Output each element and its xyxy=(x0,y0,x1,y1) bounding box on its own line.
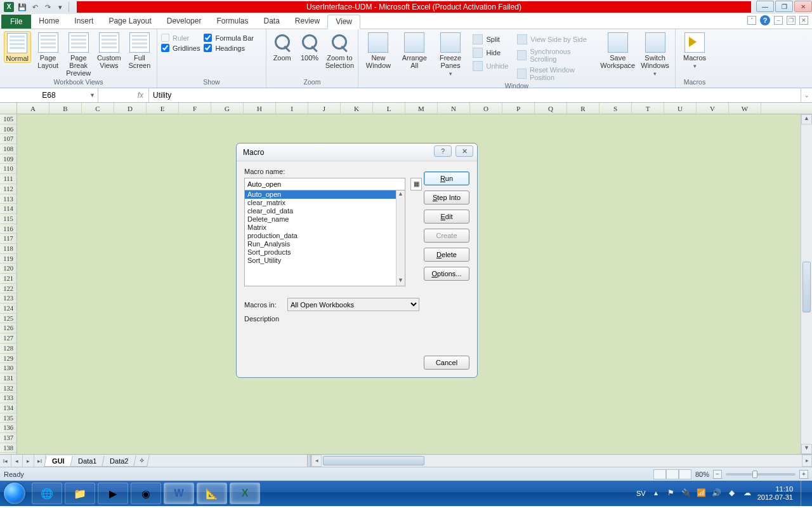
row-header[interactable]: 109 xyxy=(0,154,16,164)
ribbon-minimize-icon[interactable]: ˄ xyxy=(747,16,756,25)
column-header[interactable]: L xyxy=(373,103,405,114)
zoom-level[interactable]: 80% xyxy=(695,471,709,478)
row-header[interactable]: 113 xyxy=(0,194,16,204)
view-page-layout-icon[interactable] xyxy=(666,469,679,479)
row-header[interactable]: 117 xyxy=(0,234,16,244)
row-header[interactable]: 135 xyxy=(0,413,16,424)
run-button[interactable]: Run xyxy=(424,171,469,185)
tray-volume-icon[interactable]: 🔊 xyxy=(712,488,722,498)
vertical-scrollbar[interactable]: ▲ ▼ xyxy=(801,114,812,454)
qat-customize-icon[interactable]: ▾ xyxy=(55,1,66,13)
row-header[interactable]: 130 xyxy=(0,363,16,373)
row-header[interactable]: 136 xyxy=(0,423,16,433)
column-header[interactable]: O xyxy=(470,103,502,114)
row-header[interactable]: 118 xyxy=(0,244,16,254)
macro-name-input[interactable] xyxy=(244,178,405,190)
close-button[interactable]: ✕ xyxy=(794,1,812,12)
macro-list-item[interactable]: Sort_products xyxy=(245,248,396,257)
column-header[interactable]: F xyxy=(179,103,211,114)
row-header[interactable]: 106 xyxy=(0,124,16,135)
macro-name-reference-icon[interactable]: ▦ xyxy=(410,178,422,190)
tab-insert[interactable]: Insert xyxy=(67,15,101,29)
listbox-scroll-up-icon[interactable]: ▲ xyxy=(396,190,405,199)
row-header[interactable]: 110 xyxy=(0,164,16,174)
row-header[interactable]: 123 xyxy=(0,293,16,304)
taskbar-word-icon[interactable]: W xyxy=(164,483,194,504)
macro-list-item[interactable]: production_data xyxy=(245,232,396,240)
tab-home[interactable]: Home xyxy=(31,15,67,29)
row-header[interactable]: 131 xyxy=(0,373,16,384)
tab-developer[interactable]: Developer xyxy=(159,15,209,29)
macro-list-item[interactable]: clear_old_data xyxy=(245,207,396,215)
row-header[interactable]: 114 xyxy=(0,204,16,214)
scroll-up-icon[interactable]: ▲ xyxy=(801,114,812,124)
name-box-dropdown-icon[interactable]: ▼ xyxy=(89,92,95,98)
tab-view[interactable]: View xyxy=(327,15,360,29)
switch-windows-button[interactable]: Switch Windows xyxy=(639,31,671,77)
formula-bar-expand-icon[interactable]: ⌄ xyxy=(801,88,812,102)
taskbar-media-player-icon[interactable]: ▶ xyxy=(98,483,128,504)
listbox-scroll-down-icon[interactable]: ▼ xyxy=(396,277,405,286)
mdi-close-icon[interactable]: ✕ xyxy=(799,16,808,25)
sheet-nav-prev-icon[interactable]: ◂ xyxy=(11,455,23,467)
row-header[interactable]: 111 xyxy=(0,174,16,184)
row-header[interactable]: 126 xyxy=(0,323,16,333)
zoom-in-button[interactable]: + xyxy=(799,470,808,479)
select-all-corner[interactable] xyxy=(0,103,17,114)
macro-list-item[interactable]: Run_Analysis xyxy=(245,240,396,248)
save-workspace-button[interactable]: Save Workspace xyxy=(600,31,635,69)
column-header[interactable]: H xyxy=(244,103,276,114)
row-header[interactable]: 129 xyxy=(0,354,16,364)
new-window-button[interactable]: New Window xyxy=(362,31,395,69)
column-header[interactable]: C xyxy=(82,103,114,114)
row-header[interactable]: 120 xyxy=(0,264,16,274)
split-button[interactable]: Split xyxy=(470,34,511,45)
view-full-screen-button[interactable]: Full Screen xyxy=(126,31,153,69)
column-header[interactable]: R xyxy=(567,103,599,114)
macros-button[interactable]: Macros xyxy=(679,31,710,69)
macro-list-item[interactable]: clear_matrix xyxy=(245,199,396,207)
row-header[interactable]: 115 xyxy=(0,214,16,224)
row-header[interactable]: 121 xyxy=(0,274,16,284)
column-header[interactable]: G xyxy=(211,103,244,114)
zoom-slider[interactable] xyxy=(726,473,796,476)
qat-redo-icon[interactable]: ↷ xyxy=(42,1,53,13)
qat-undo-icon[interactable]: ↶ xyxy=(29,1,41,13)
tray-clock[interactable]: 11:102012-07-31 xyxy=(757,485,793,502)
arrange-all-button[interactable]: Arrange All xyxy=(398,31,431,69)
sheet-nav-first-icon[interactable]: I◂ xyxy=(0,455,11,467)
horizontal-scroll-thumb[interactable] xyxy=(323,456,424,465)
column-header[interactable]: D xyxy=(114,103,147,114)
tray-show-hidden-icon[interactable]: ▴ xyxy=(651,488,661,498)
row-header[interactable]: 133 xyxy=(0,393,16,403)
column-header[interactable]: Q xyxy=(535,103,567,114)
headings-checkbox[interactable]: Headings xyxy=(204,44,254,52)
tray-power-icon[interactable]: 🔌 xyxy=(681,488,691,498)
column-header[interactable]: U xyxy=(664,103,697,114)
column-header[interactable]: T xyxy=(632,103,664,114)
column-header[interactable]: M xyxy=(405,103,438,114)
fx-icon[interactable]: fx xyxy=(138,91,143,100)
macro-list-item[interactable]: Delete_name xyxy=(245,215,396,224)
maximize-button[interactable]: ❐ xyxy=(775,1,793,12)
zoom-out-button[interactable]: − xyxy=(713,470,722,479)
row-header[interactable]: 128 xyxy=(0,344,16,354)
row-header[interactable]: 112 xyxy=(0,184,16,194)
gridlines-checkbox[interactable]: Gridlines xyxy=(161,44,200,52)
column-header[interactable]: S xyxy=(599,103,632,114)
zoom-to-selection-button[interactable]: Zoom to Selection xyxy=(325,31,354,69)
column-header[interactable]: V xyxy=(697,103,729,114)
help-icon[interactable]: ? xyxy=(760,15,770,25)
sheet-tab-data1[interactable]: Data1 xyxy=(70,456,105,467)
taskbar-matlab-icon[interactable]: 📐 xyxy=(197,483,227,504)
column-header[interactable]: P xyxy=(502,103,535,114)
tab-data[interactable]: Data xyxy=(256,15,287,29)
tab-page-layout[interactable]: Page Layout xyxy=(101,15,159,29)
mdi-restore-icon[interactable]: ❐ xyxy=(787,16,796,25)
tray-flag-icon[interactable]: ⚑ xyxy=(666,488,676,498)
options-button[interactable]: Options... xyxy=(424,267,469,281)
row-header[interactable]: 108 xyxy=(0,144,16,154)
delete-button[interactable]: Delete xyxy=(424,248,469,262)
dialog-titlebar[interactable]: Macro ? ✕ xyxy=(237,144,477,161)
horizontal-scrollbar[interactable]: ◂ ▸ xyxy=(311,455,812,467)
